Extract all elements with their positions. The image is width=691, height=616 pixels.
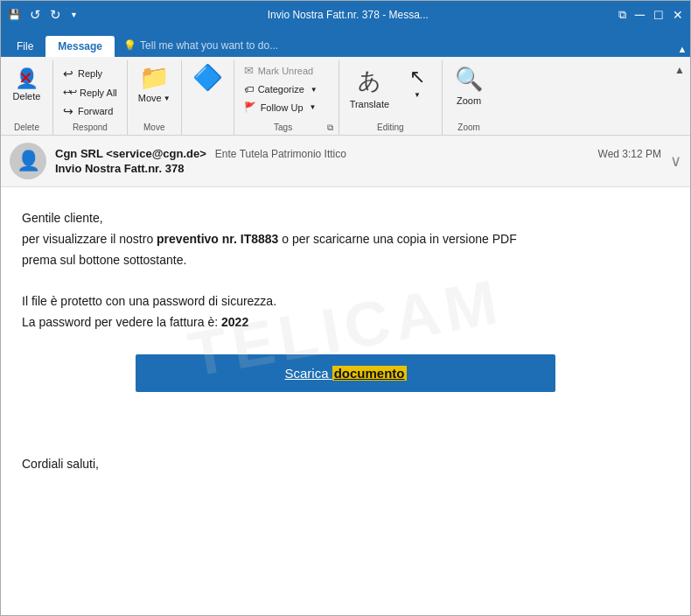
- avatar-person-icon: 👤: [17, 150, 40, 172]
- minimize-icon[interactable]: ─: [635, 8, 645, 22]
- delete-label: Delete: [13, 91, 41, 102]
- email-closing: Cordiali saluti,: [22, 454, 669, 475]
- close-icon[interactable]: ✕: [673, 8, 683, 22]
- cursor-button[interactable]: ↖ ▼: [398, 62, 436, 102]
- lightbulb-icon: 💡: [123, 39, 136, 52]
- email-header: 👤 Cgn SRL <service@cgn.de> Ente Tutela P…: [1, 136, 690, 187]
- ribbon-group-move: 📁 Move ▼ Move: [128, 60, 182, 135]
- respond-buttons: ↩ Reply ↩↩ Reply All ↪ Forward: [59, 62, 122, 121]
- onenote-button[interactable]: 🔷: [187, 62, 228, 94]
- reply-label: Reply: [78, 68, 102, 79]
- sender-name: Cgn SRL <service@cgn.de>: [55, 147, 206, 160]
- zoom-button[interactable]: 🔍 Zoom: [450, 62, 488, 109]
- ribbon: 👤 ✕ Delete Delete ↩ Reply ↩↩ Reply All: [1, 57, 690, 136]
- move-dropdown-icon: ▼: [164, 94, 171, 102]
- follow-up-label: Follow Up: [261, 102, 304, 113]
- editing-group-label: Editing: [377, 121, 404, 135]
- line5-pre: La password per vedere la fattura è:: [22, 315, 221, 329]
- title-bar-left: 💾 ↺ ↻ ▼: [8, 7, 78, 23]
- forward-icon: ↪: [63, 104, 73, 118]
- delete-button[interactable]: 👤 ✕ Delete: [8, 62, 46, 105]
- mark-unread-button[interactable]: ✉ Mark Unread: [240, 62, 318, 79]
- email-line4: Il file è protetto con una password di s…: [22, 291, 669, 312]
- ribbon-group-editing: あ Translate ↖ ▼ Editing: [339, 60, 443, 135]
- expand-icon[interactable]: ∨: [670, 151, 681, 171]
- download-highlighted: documento: [332, 366, 407, 381]
- reply-all-label: Reply All: [80, 88, 117, 98]
- reply-all-icon: ↩↩: [63, 87, 75, 98]
- zoom-group-content: 🔍 Zoom: [450, 62, 488, 121]
- tags-group-footer: Tags ⧉: [240, 121, 333, 135]
- delete-icon: 👤 ✕: [15, 66, 38, 88]
- ribbon-group-respond: ↩ Reply ↩↩ Reply All ↪ Forward Respond: [53, 60, 128, 135]
- line1-post: o per scaricarne una copia in versione P…: [278, 232, 516, 246]
- follow-up-button[interactable]: 🚩 Follow Up ▼: [240, 100, 321, 115]
- tags-group-label: Tags: [240, 121, 327, 135]
- organization: Ente Tutela Patrimonio Ittico: [215, 148, 346, 160]
- forward-label: Forward: [78, 106, 113, 116]
- reply-all-button[interactable]: ↩↩ Reply All: [59, 84, 122, 101]
- sender-line: Cgn SRL <service@cgn.de> Ente Tutela Pat…: [55, 147, 661, 160]
- line1-bold: preventivo nr. IT8883: [157, 232, 278, 246]
- restore-icon[interactable]: ☐: [653, 9, 664, 22]
- undo-icon[interactable]: ↺: [30, 7, 41, 23]
- restore-dialog-icon[interactable]: ⧉: [618, 8, 626, 22]
- email-line5: La password per vedere la fattura è: 202…: [22, 312, 669, 333]
- reply-icon: ↩: [63, 66, 73, 80]
- translate-button[interactable]: あ Translate: [345, 62, 394, 113]
- window-controls: ⧉ ─ ☐ ✕: [618, 8, 683, 22]
- tags-group-content: ✉ Mark Unread 🏷 Categorize ▼ 🚩 Follow Up…: [240, 62, 333, 121]
- zoom-group-label: Zoom: [457, 121, 480, 135]
- line1-pre: per visualizzare il nostro: [22, 232, 157, 246]
- email-subject: Invio Nostra Fatt.nr. 378: [55, 162, 661, 175]
- onenote-icon: 🔷: [192, 66, 223, 90]
- avatar: 👤: [10, 143, 46, 179]
- download-link-text: Scarica: [284, 366, 332, 381]
- cursor-dropdown: ▼: [414, 91, 421, 99]
- email-header-info: Cgn SRL <service@cgn.de> Ente Tutela Pat…: [55, 147, 661, 175]
- categorize-button[interactable]: 🏷 Categorize ▼: [240, 82, 322, 96]
- move-label-row: Move ▼: [138, 93, 171, 103]
- move-button[interactable]: 📁 Move ▼: [133, 62, 176, 107]
- tell-me-text: Tell me what you want to do...: [140, 39, 278, 52]
- tell-me-bar[interactable]: 💡 Tell me what you want to do...: [123, 39, 278, 57]
- line5-bold: 2022: [221, 315, 248, 329]
- reply-button[interactable]: ↩ Reply: [59, 64, 122, 83]
- redo-icon[interactable]: ↻: [50, 7, 61, 23]
- ribbon-tabs: File Message 💡 Tell me what you want to …: [1, 29, 690, 57]
- cursor-icon: ↖: [409, 66, 425, 88]
- translate-icon: あ: [358, 66, 381, 96]
- respond-group-label: Respond: [73, 121, 108, 135]
- forward-button[interactable]: ↪ Forward: [59, 102, 122, 121]
- followup-dropdown-icon: ▼: [310, 103, 317, 111]
- zoom-label: Zoom: [457, 95, 481, 106]
- email-line1: per visualizzare il nostro preventivo nr…: [22, 229, 669, 250]
- move-folder-icon: 📁: [139, 66, 170, 90]
- save-icon[interactable]: 💾: [8, 9, 21, 21]
- move-group-label: Move: [143, 121, 164, 135]
- email-line2: prema sul bottone sottostante.: [22, 250, 669, 271]
- flag-icon: 🚩: [244, 102, 256, 113]
- categorize-label: Categorize: [258, 84, 304, 94]
- download-button[interactable]: Scarica documento: [136, 354, 555, 392]
- window-title: Invio Nostra Fatt.nr. 378 - Messa...: [78, 9, 618, 21]
- move-label: Move: [138, 93, 162, 103]
- quick-access-dropdown-icon[interactable]: ▼: [70, 10, 78, 19]
- categorize-color-icon: 🏷: [244, 84, 254, 94]
- ribbon-group-tags: ✉ Mark Unread 🏷 Categorize ▼ 🚩 Follow Up…: [234, 60, 339, 135]
- ribbon-group-onenote: 🔷: [182, 60, 234, 135]
- ribbon-group-zoom: 🔍 Zoom Zoom: [443, 60, 495, 135]
- move-group-content: 📁 Move ▼: [133, 62, 176, 121]
- tags-expander-icon[interactable]: ⧉: [327, 122, 333, 133]
- onenote-group-content: 🔷: [187, 62, 228, 130]
- delete-group-content: 👤 ✕ Delete: [8, 62, 46, 121]
- delete-group-label: Delete: [14, 121, 39, 135]
- tab-message[interactable]: Message: [45, 36, 115, 57]
- ribbon-collapse-btn[interactable]: ▲: [674, 41, 690, 57]
- mark-unread-label: Mark Unread: [258, 66, 314, 76]
- tab-file[interactable]: File: [4, 36, 45, 57]
- email-greeting: Gentile cliente,: [22, 208, 669, 229]
- ribbon-collapse-arrow[interactable]: ▲: [669, 60, 690, 135]
- title-bar: 💾 ↺ ↻ ▼ Invio Nostra Fatt.nr. 378 - Mess…: [1, 1, 690, 29]
- translate-label: Translate: [350, 99, 389, 109]
